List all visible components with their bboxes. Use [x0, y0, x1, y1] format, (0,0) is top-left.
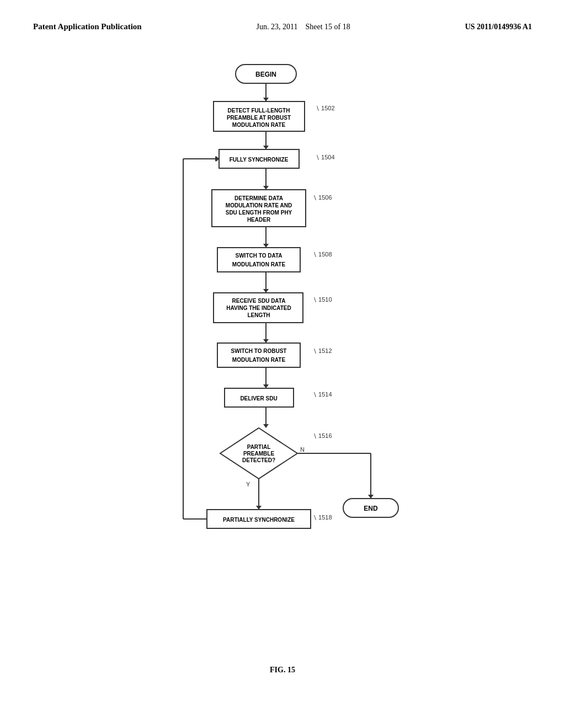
svg-marker-3 — [263, 98, 269, 101]
svg-text:N: N — [300, 446, 305, 453]
svg-text:∖ 1510: ∖ 1510 — [313, 296, 332, 303]
header-sheet: Sheet 15 of 18 — [306, 23, 350, 31]
svg-text:∖ 1518: ∖ 1518 — [313, 514, 332, 521]
header-patent-number: US 2011/0149936 A1 — [465, 23, 532, 31]
svg-text:DETERMINE DATA: DETERMINE DATA — [234, 195, 283, 201]
svg-text:SWITCH TO DATA: SWITCH TO DATA — [236, 253, 282, 259]
svg-marker-31 — [263, 289, 269, 293]
svg-marker-44 — [263, 384, 269, 388]
svg-text:DELIVER SDU: DELIVER SDU — [240, 395, 277, 402]
svg-marker-10 — [263, 146, 269, 149]
svg-marker-49 — [263, 424, 269, 428]
svg-marker-63 — [256, 506, 262, 510]
figure-caption: FIG. 15 — [270, 666, 295, 675]
svg-text:PREAMBLE: PREAMBLE — [243, 451, 274, 457]
svg-text:∖ 1512: ∖ 1512 — [313, 347, 332, 354]
svg-text:∖ 1514: ∖ 1514 — [313, 391, 332, 398]
diagram-container: BEGIN ∖ 1502 DETECT FULL-LENGTH PREAMBLE… — [33, 53, 532, 675]
svg-text:∖ 1504: ∖ 1504 — [316, 154, 335, 160]
svg-text:∖ 1508: ∖ 1508 — [313, 251, 332, 258]
page: Patent Application Publication Jun. 23, … — [0, 0, 565, 728]
svg-text:∖ 1506: ∖ 1506 — [313, 194, 332, 201]
svg-text:END: END — [364, 505, 378, 512]
svg-marker-25 — [263, 244, 269, 248]
svg-rect-27 — [217, 248, 300, 272]
svg-text:MODULATION RATE AND: MODULATION RATE AND — [226, 202, 292, 208]
svg-text:MODULATION RATE: MODULATION RATE — [232, 357, 286, 363]
svg-marker-38 — [263, 339, 269, 343]
svg-text:FULLY SYNCHRONIZE: FULLY SYNCHRONIZE — [230, 157, 289, 163]
svg-text:∖ 1516: ∖ 1516 — [313, 432, 332, 439]
page-header: Patent Application Publication Jun. 23, … — [33, 22, 532, 31]
svg-text:LENGTH: LENGTH — [247, 312, 270, 318]
header-date: Jun. 23, 2011 — [257, 23, 298, 31]
svg-text:DETECT FULL-LENGTH: DETECT FULL-LENGTH — [228, 108, 290, 114]
svg-text:Y: Y — [246, 481, 250, 488]
svg-text:PARTIAL: PARTIAL — [247, 444, 271, 450]
svg-marker-17 — [263, 186, 269, 190]
svg-text:BEGIN: BEGIN — [255, 71, 276, 78]
svg-marker-58 — [368, 495, 374, 499]
svg-text:PARTIALLY SYNCHRONIZE: PARTIALLY SYNCHRONIZE — [223, 517, 295, 523]
header-date-sheet: Jun. 23, 2011 Sheet 15 of 18 — [257, 23, 350, 31]
svg-text:HEADER: HEADER — [247, 217, 271, 223]
svg-text:DETECTED?: DETECTED? — [242, 457, 275, 463]
svg-text:RECEIVE SDU DATA: RECEIVE SDU DATA — [232, 298, 286, 304]
header-publication-title: Patent Application Publication — [33, 22, 142, 31]
svg-text:PREAMBLE AT ROBUST: PREAMBLE AT ROBUST — [227, 115, 291, 121]
svg-rect-40 — [217, 343, 300, 367]
svg-text:MODULATION RATE: MODULATION RATE — [232, 261, 286, 267]
svg-text:HAVING THE INDICATED: HAVING THE INDICATED — [226, 305, 291, 311]
svg-text:∖ 1502: ∖ 1502 — [316, 105, 335, 111]
svg-text:SWITCH TO ROBUST: SWITCH TO ROBUST — [231, 348, 287, 354]
svg-text:SDU LENGTH FROM PHY: SDU LENGTH FROM PHY — [226, 210, 292, 216]
svg-text:MODULATION RATE: MODULATION RATE — [232, 122, 286, 128]
flowchart-svg: BEGIN ∖ 1502 DETECT FULL-LENGTH PREAMBLE… — [128, 53, 437, 649]
